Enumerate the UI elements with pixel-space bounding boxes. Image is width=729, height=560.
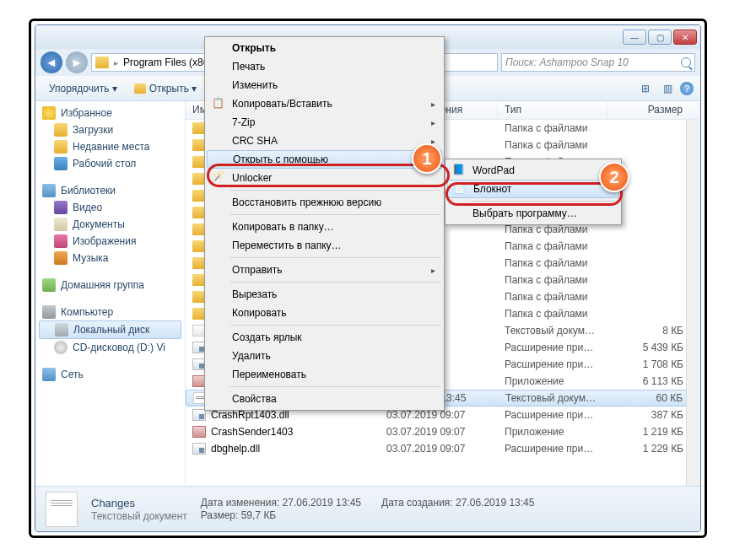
annotation-badge-1: 1: [412, 143, 442, 174]
sidebar-desktop[interactable]: Рабочий стол: [35, 155, 185, 172]
sidebar-computer[interactable]: Компьютер: [35, 304, 185, 320]
status-date-created-label: Дата создания:: [381, 497, 453, 509]
file-type: Расширение при…: [498, 443, 608, 455]
ctx-restore-prev[interactable]: Восстановить прежнюю версию: [207, 193, 442, 212]
file-type-icon: [46, 492, 78, 527]
nav-forward-button[interactable]: ►: [66, 51, 88, 73]
status-date-mod: 27.06.2019 13:45: [283, 497, 361, 509]
open-button[interactable]: Открыть ▾: [127, 80, 203, 97]
file-type: Приложение: [498, 375, 608, 387]
image-icon: [54, 234, 68, 248]
sidebar-pictures[interactable]: Изображения: [35, 233, 185, 250]
ctx-copy-to-folder[interactable]: Копировать в папку…: [207, 218, 442, 236]
file-type: Папка с файлами: [498, 257, 608, 269]
col-type[interactable]: Тип: [498, 101, 608, 119]
ctx-copy-paste[interactable]: 📋Копировать/Вставить▸: [207, 94, 442, 113]
context-menu: Открыть Печать Изменить 📋Копировать/Вста…: [204, 36, 445, 411]
status-size: 59,7 КБ: [241, 509, 277, 521]
folder-icon: [134, 83, 146, 94]
notepad-icon: 📄: [453, 182, 467, 196]
statusbar: Changes Текстовый документ Дата изменени…: [35, 486, 700, 531]
file-type: Расширение при…: [498, 342, 608, 353]
col-size[interactable]: Размер: [608, 101, 700, 119]
sidebar-homegroup[interactable]: Домашняя группа: [35, 277, 185, 293]
ctx-cut[interactable]: Вырезать: [207, 285, 442, 304]
submenu-wordpad[interactable]: 📘WordPad: [447, 161, 619, 180]
maximize-button[interactable]: ▢: [648, 30, 672, 45]
ctx-unlocker[interactable]: 🪄Unlocker: [207, 169, 442, 187]
ctx-open-with[interactable]: Открыть с помощью▸: [207, 150, 442, 169]
view-icons-button[interactable]: ⊞: [636, 79, 655, 98]
document-icon: [54, 218, 68, 231]
submenu-choose-program[interactable]: Выбрать программу…: [447, 204, 619, 223]
preview-pane-button[interactable]: ▥: [658, 79, 677, 98]
sidebar-libraries[interactable]: Библиотеки: [35, 182, 185, 199]
ctx-move-to-folder[interactable]: Переместить в папку…: [207, 236, 442, 255]
status-filename: Changes: [91, 497, 187, 509]
clipboard-icon: 📋: [212, 97, 225, 110]
ctx-delete[interactable]: Удалить: [207, 347, 442, 365]
ctx-properties[interactable]: Свойства: [207, 390, 442, 408]
folder-icon: [95, 57, 109, 68]
search-icon[interactable]: [681, 57, 691, 67]
ctx-open[interactable]: Открыть: [207, 39, 442, 57]
search-placeholder: Поиск: Ashampoo Snap 10: [505, 57, 629, 68]
file-date: 03.07.2019 09:07: [380, 409, 498, 421]
ctx-create-shortcut[interactable]: Создать ярлык: [207, 328, 442, 347]
open-with-submenu: 📘WordPad 📄Блокнот Выбрать программу…: [445, 159, 622, 225]
sidebar-documents[interactable]: Документы: [35, 216, 185, 233]
status-date-created: 27.06.2019 13:45: [456, 497, 534, 509]
music-icon: [54, 251, 68, 265]
file-type: Папка с файлами: [498, 240, 608, 252]
file-type: Папка с файлами: [498, 122, 608, 134]
file-type: Приложение: [498, 426, 608, 438]
ctx-rename[interactable]: Переименовать: [207, 365, 442, 384]
disk-icon: [55, 323, 68, 337]
breadcrumb-segment[interactable]: Program Files (x86): [123, 57, 212, 68]
file-type: Расширение при…: [498, 409, 608, 421]
organize-button[interactable]: Упорядочить ▾: [42, 80, 124, 97]
ctx-copy[interactable]: Копировать: [207, 304, 442, 322]
star-icon: [42, 106, 56, 120]
folder-icon: [54, 140, 68, 153]
sidebar-recent[interactable]: Недавние места: [35, 138, 185, 155]
ctx-7zip[interactable]: 7-Zip▸: [207, 113, 442, 132]
nav-back-button[interactable]: ◄: [40, 51, 62, 73]
search-input[interactable]: Поиск: Ashampoo Snap 10: [501, 53, 695, 72]
submenu-notepad[interactable]: 📄Блокнот: [447, 180, 619, 198]
ctx-print[interactable]: Печать: [207, 57, 442, 76]
unlocker-icon: 🪄: [212, 171, 225, 185]
sidebar-videos[interactable]: Видео: [35, 199, 185, 216]
folder-icon: [54, 123, 68, 137]
homegroup-icon: [42, 278, 56, 292]
close-button[interactable]: ✕: [673, 30, 697, 45]
file-type: Папка с файлами: [498, 274, 608, 286]
table-row[interactable]: CrashSender140303.07.2019 09:07Приложени…: [186, 423, 700, 440]
ctx-edit[interactable]: Изменить: [207, 76, 442, 94]
annotation-badge-2: 2: [599, 162, 629, 192]
ctx-crc-sha[interactable]: CRC SHA▸: [207, 132, 442, 150]
exe-icon: [192, 426, 206, 438]
sidebar: Избранное Загрузки Недавние места Рабочи…: [35, 101, 186, 486]
sidebar-local-disk[interactable]: Локальный диск: [39, 320, 181, 339]
file-type: Папка с файлами: [498, 223, 608, 235]
sidebar-favorites[interactable]: Избранное: [35, 105, 185, 121]
table-row[interactable]: dbghelp.dll03.07.2019 09:07Расширение пр…: [186, 440, 700, 457]
network-icon: [42, 368, 56, 381]
file-name: CrashRpt1403.dll: [211, 409, 289, 421]
status-filetype: Текстовый документ: [91, 510, 187, 522]
sidebar-network[interactable]: Сеть: [35, 366, 185, 383]
sidebar-downloads[interactable]: Загрузки: [35, 121, 185, 138]
file-type: Папка с файлами: [498, 291, 608, 303]
chevron-right-icon: ▸: [431, 100, 435, 109]
help-icon[interactable]: ?: [680, 82, 694, 95]
sidebar-cd-drive[interactable]: CD-дисковод (D:) Vi: [35, 339, 185, 356]
video-icon: [54, 201, 68, 214]
ctx-send-to[interactable]: Отправить▸: [207, 261, 442, 279]
scrollbar[interactable]: [686, 120, 700, 486]
chevron-right-icon: ▸: [431, 266, 435, 275]
sidebar-music[interactable]: Музыка: [35, 250, 185, 267]
minimize-button[interactable]: —: [623, 30, 646, 45]
file-date: 03.07.2019 09:07: [380, 426, 498, 438]
file-name: CrashSender1403: [211, 426, 293, 438]
